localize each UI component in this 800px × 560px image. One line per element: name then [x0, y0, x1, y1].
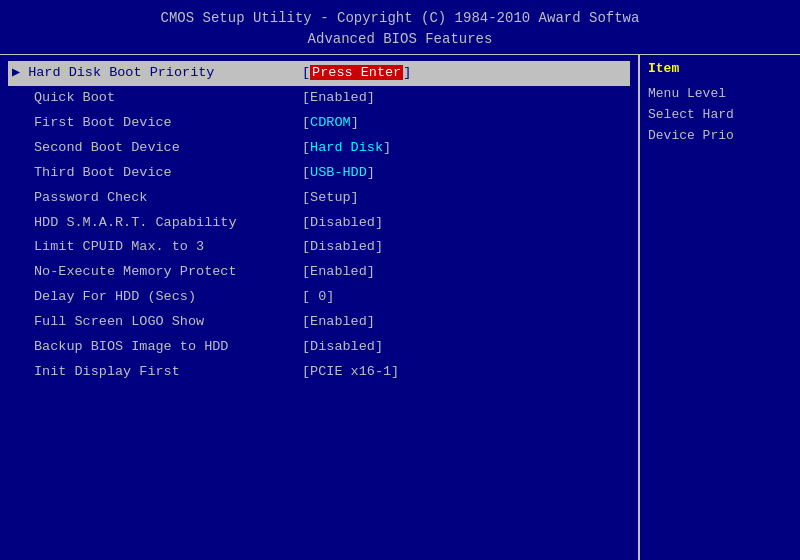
row-value-first-boot-device: [CDROM] — [302, 113, 626, 134]
value-text-first-boot-device: CDROM — [310, 115, 351, 130]
value-text-delay-hdd: [ 0] — [302, 289, 334, 304]
header-subtitle: Advanced BIOS Features — [4, 29, 796, 50]
row-value-second-boot-device: [Hard Disk] — [302, 138, 626, 159]
main-area: ▶Hard Disk Boot Priority[Press Enter]Qui… — [0, 54, 800, 560]
row-label-backup-bios: Backup BIOS Image to HDD — [12, 337, 302, 358]
bracket-close: ] — [383, 140, 391, 155]
bios-row-third-boot-device[interactable]: Third Boot Device[USB-HDD] — [8, 161, 630, 186]
right-panel-line-0: Menu Level — [648, 84, 792, 105]
right-panel-content: Menu LevelSelect HardDevice Prio — [648, 84, 792, 146]
row-label-first-boot-device: First Boot Device — [12, 113, 302, 134]
bios-header: CMOS Setup Utility - Copyright (C) 1984-… — [0, 0, 800, 54]
row-label-text-first-boot-device: First Boot Device — [34, 113, 172, 134]
bios-row-second-boot-device[interactable]: Second Boot Device[Hard Disk] — [8, 136, 630, 161]
value-text-limit-cpuid: [Disabled] — [302, 239, 383, 254]
value-text-backup-bios: [Disabled] — [302, 339, 383, 354]
bios-row-first-boot-device[interactable]: First Boot Device[CDROM] — [8, 111, 630, 136]
row-label-text-second-boot-device: Second Boot Device — [34, 138, 180, 159]
row-label-init-display: Init Display First — [12, 362, 302, 383]
value-text-full-screen-logo: [Enabled] — [302, 314, 375, 329]
row-label-text-quick-boot: Quick Boot — [34, 88, 115, 109]
bios-row-backup-bios[interactable]: Backup BIOS Image to HDD[Disabled] — [8, 335, 630, 360]
value-text-hdd-smart: [Disabled] — [302, 215, 383, 230]
row-label-text-init-display: Init Display First — [34, 362, 180, 383]
bracket-open: [ — [302, 115, 310, 130]
row-value-no-execute: [Enabled] — [302, 262, 626, 283]
row-label-text-full-screen-logo: Full Screen LOGO Show — [34, 312, 204, 333]
arrow-icon: ▶ — [12, 63, 20, 84]
row-value-third-boot-device: [USB-HDD] — [302, 163, 626, 184]
row-label-second-boot-device: Second Boot Device — [12, 138, 302, 159]
value-text-init-display: [PCIE x16-1] — [302, 364, 399, 379]
row-label-text-password-check: Password Check — [34, 188, 147, 209]
row-value-backup-bios: [Disabled] — [302, 337, 626, 358]
bracket-close: ] — [403, 65, 411, 80]
bios-row-hard-disk-boot-priority[interactable]: ▶Hard Disk Boot Priority[Press Enter] — [8, 61, 630, 86]
bios-row-delay-hdd[interactable]: Delay For HDD (Secs)[ 0] — [8, 285, 630, 310]
bracket-close: ] — [351, 115, 359, 130]
row-label-password-check: Password Check — [12, 188, 302, 209]
value-text-third-boot-device: USB-HDD — [310, 165, 367, 180]
row-label-full-screen-logo: Full Screen LOGO Show — [12, 312, 302, 333]
bios-row-init-display[interactable]: Init Display First[PCIE x16-1] — [8, 360, 630, 385]
row-value-hard-disk-boot-priority: [Press Enter] — [302, 63, 626, 84]
row-value-limit-cpuid: [Disabled] — [302, 237, 626, 258]
right-panel-title: Item — [648, 61, 792, 76]
row-value-init-display: [PCIE x16-1] — [302, 362, 626, 383]
row-label-text-delay-hdd: Delay For HDD (Secs) — [34, 287, 196, 308]
row-label-text-limit-cpuid: Limit CPUID Max. to 3 — [34, 237, 204, 258]
right-panel-line-3: Device Prio — [648, 126, 792, 147]
value-text-password-check: [Setup] — [302, 190, 359, 205]
row-value-full-screen-logo: [Enabled] — [302, 312, 626, 333]
value-text-no-execute: [Enabled] — [302, 264, 375, 279]
bios-row-limit-cpuid[interactable]: Limit CPUID Max. to 3[Disabled] — [8, 235, 630, 260]
row-value-quick-boot: [Enabled] — [302, 88, 626, 109]
header-title: CMOS Setup Utility - Copyright (C) 1984-… — [4, 8, 796, 29]
row-label-text-hard-disk-boot-priority: Hard Disk Boot Priority — [28, 63, 214, 84]
bracket-open: [ — [302, 140, 310, 155]
row-label-text-backup-bios: Backup BIOS Image to HDD — [34, 337, 228, 358]
row-label-limit-cpuid: Limit CPUID Max. to 3 — [12, 237, 302, 258]
row-label-no-execute: No-Execute Memory Protect — [12, 262, 302, 283]
bracket-close: ] — [367, 165, 375, 180]
row-label-text-hdd-smart: HDD S.M.A.R.T. Capability — [34, 213, 237, 234]
bios-row-quick-boot[interactable]: Quick Boot[Enabled] — [8, 86, 630, 111]
row-label-third-boot-device: Third Boot Device — [12, 163, 302, 184]
left-panel: ▶Hard Disk Boot Priority[Press Enter]Qui… — [0, 55, 640, 560]
row-value-password-check: [Setup] — [302, 188, 626, 209]
press-enter-text: Press Enter — [310, 65, 403, 80]
row-label-quick-boot: Quick Boot — [12, 88, 302, 109]
value-text-quick-boot: [Enabled] — [302, 90, 375, 105]
bracket-open: [ — [302, 165, 310, 180]
bios-row-password-check[interactable]: Password Check[Setup] — [8, 186, 630, 211]
bracket-open: [ — [302, 65, 310, 80]
value-text-second-boot-device: Hard Disk — [310, 140, 383, 155]
row-label-delay-hdd: Delay For HDD (Secs) — [12, 287, 302, 308]
bios-screen: CMOS Setup Utility - Copyright (C) 1984-… — [0, 0, 800, 560]
row-value-delay-hdd: [ 0] — [302, 287, 626, 308]
bios-row-no-execute[interactable]: No-Execute Memory Protect[Enabled] — [8, 260, 630, 285]
row-label-text-no-execute: No-Execute Memory Protect — [34, 262, 237, 283]
row-label-hdd-smart: HDD S.M.A.R.T. Capability — [12, 213, 302, 234]
row-label-hard-disk-boot-priority: ▶Hard Disk Boot Priority — [12, 63, 302, 84]
right-panel-line-2: Select Hard — [648, 105, 792, 126]
row-value-hdd-smart: [Disabled] — [302, 213, 626, 234]
bios-row-full-screen-logo[interactable]: Full Screen LOGO Show[Enabled] — [8, 310, 630, 335]
row-label-text-third-boot-device: Third Boot Device — [34, 163, 172, 184]
bios-row-hdd-smart[interactable]: HDD S.M.A.R.T. Capability[Disabled] — [8, 211, 630, 236]
right-panel: Item Menu LevelSelect HardDevice Prio — [640, 55, 800, 560]
